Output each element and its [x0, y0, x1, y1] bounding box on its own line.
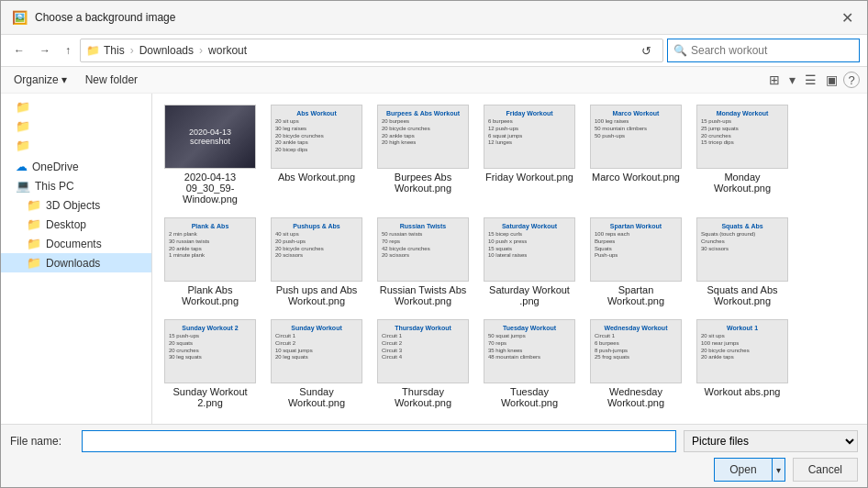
file-name: Saturday Workout .png	[484, 284, 575, 306]
main-content: 📁 📁 📁 ☁ OneDrive 💻 This PC	[1, 94, 867, 424]
file-name: Marco Workout.png	[592, 172, 680, 183]
breadcrumb-folder-icon: 📁	[86, 44, 100, 57]
file-thumbnail: Monday Workout 15 push-ups 25 jump squat…	[696, 105, 788, 169]
buttons-row: Open ▾ Cancel	[10, 458, 858, 482]
help-button[interactable]: ?	[843, 72, 860, 88]
preview-pane-button[interactable]: ▣	[822, 71, 841, 89]
sidebar-label-downloads: Downloads	[46, 257, 100, 270]
open-split-button[interactable]: ▾	[773, 458, 785, 482]
sidebar-item-downloads[interactable]: 📁 Downloads	[1, 253, 151, 272]
file-thumbnail: Marco Workout 100 leg raises 50 mountain…	[590, 105, 682, 169]
file-name: Wednesday Workout.png	[590, 386, 682, 408]
sidebar-item-this-pc[interactable]: 💻 This PC	[1, 176, 151, 195]
forward-button[interactable]: →	[34, 40, 56, 61]
file-name: Workout abs.png	[705, 386, 781, 397]
file-name-field[interactable]	[82, 430, 676, 452]
file-item[interactable]: Marco Workout 100 leg raises 50 mountain…	[585, 101, 686, 208]
sidebar-item-folder2[interactable]: 📁	[1, 116, 151, 136]
search-box[interactable]: 🔍	[667, 39, 860, 62]
file-item[interactable]: Abs Workout 20 sit ups 30 leg raises 20 …	[266, 101, 367, 208]
details-view-button[interactable]: ☰	[801, 71, 820, 89]
file-thumbnail: Tuesday Workout 50 squat jumps 70 reps 3…	[484, 319, 575, 383]
sidebar-item-3d-objects[interactable]: 📁 3D Objects	[1, 195, 151, 215]
dialog: 🖼️ Choose a background image ✕ ← → ↑ 📁 T…	[0, 0, 868, 488]
file-item[interactable]: Burpees & Abs Workout 20 burpees 20 bicy…	[373, 101, 473, 208]
open-button-group: Open ▾	[714, 458, 785, 482]
breadcrumb-this-pc[interactable]: This	[104, 44, 125, 57]
sidebar-item-folder1[interactable]: 📁	[1, 97, 151, 116]
organize-arrow-icon: ▾	[61, 73, 67, 86]
organize-button[interactable]: Organize ▾	[8, 72, 72, 88]
file-thumbnail: Spartan Workout 100 reps each Burpees Sq…	[590, 217, 682, 282]
file-type-select[interactable]: Picture files	[684, 430, 858, 452]
file-item[interactable]: Tuesday Workout 50 squat jumps 70 reps 3…	[479, 316, 580, 412]
sidebar-label-desktop: Desktop	[46, 218, 86, 231]
file-name: Tuesday Workout.png	[484, 386, 575, 408]
sidebar-item-onedrive[interactable]: ☁ OneDrive	[1, 157, 151, 176]
file-item[interactable]: Saturday Workout 15 bicep curls 10 push …	[479, 214, 580, 310]
file-item[interactable]: Plank & Abs 2 min plank 30 russian twist…	[160, 214, 261, 310]
file-name: Squats and Abs Workout.png	[696, 284, 788, 306]
view-options-button[interactable]: ▾	[785, 71, 799, 89]
folder-documents-icon: 📁	[27, 237, 41, 250]
up-icon: ↑	[65, 44, 71, 57]
file-thumbnail: 2020-04-13screenshot	[164, 105, 256, 169]
nav-toolbar: ← → ↑ 📁 This › Downloads › workout ↺ 🔍	[1, 35, 867, 67]
file-item[interactable]: Sunday Workout Circuit 1 Circuit 2 10 sq…	[266, 316, 367, 412]
quick-access-group: 📁 📁 📁	[1, 97, 151, 155]
file-thumbnail: Squats & Abs Squats (touch ground) Crunc…	[696, 217, 788, 282]
onedrive-icon: ☁	[16, 160, 28, 173]
new-folder-button[interactable]: New folder	[80, 72, 143, 88]
folder-3d-icon: 📁	[27, 198, 41, 212]
file-thumbnail: Sunday Workout 2 15 push-ups 20 squats 2…	[164, 319, 256, 383]
file-grid: 2020-04-13screenshot 2020-04-13 09_30_59…	[152, 94, 867, 424]
file-item[interactable]: Squats & Abs Squats (touch ground) Crunc…	[692, 214, 793, 310]
file-thumbnail: Thursday Workout Circuit 1 Circuit 2 Cir…	[377, 319, 469, 383]
search-icon: 🔍	[673, 44, 687, 57]
file-item[interactable]: Thursday Workout Circuit 1 Circuit 2 Cir…	[373, 316, 473, 412]
file-item[interactable]: Workout 1 20 sit ups 100 near jumps 20 b…	[692, 316, 793, 412]
refresh-button[interactable]: ↺	[636, 41, 657, 61]
close-button[interactable]: ✕	[838, 8, 856, 27]
file-thumbnail: Workout 1 20 sit ups 100 near jumps 20 b…	[696, 319, 788, 383]
view-toggle-button[interactable]: ⊞	[765, 71, 784, 89]
cancel-button[interactable]: Cancel	[793, 458, 858, 482]
up-button[interactable]: ↑	[60, 40, 76, 61]
forward-icon: →	[39, 44, 50, 57]
file-name: Thursday Workout.png	[377, 386, 469, 408]
file-thumbnail: Friday Workout 6 burpees 12 push-ups 6 s…	[484, 105, 575, 169]
file-item[interactable]: Wednesday Workout Circuit 1 6 burpees 8 …	[585, 316, 686, 412]
file-name: Russian Twists Abs Workout.png	[377, 284, 469, 306]
file-name-row: File name: Picture files	[10, 430, 858, 452]
sidebar-item-documents[interactable]: 📁 Documents	[1, 234, 151, 253]
file-thumbnail: Pushups & Abs 40 sit ups 20 push-ups 20 …	[271, 217, 362, 282]
file-item[interactable]: Russian Twists 50 russian twists 70 reps…	[373, 214, 473, 310]
file-item[interactable]: Friday Workout 6 burpees 12 push-ups 6 s…	[479, 101, 580, 208]
file-name: Abs Workout.png	[278, 172, 355, 183]
file-thumbnail: Abs Workout 20 sit ups 30 leg raises 20 …	[271, 105, 362, 169]
file-item[interactable]: 2020-04-13screenshot 2020-04-13 09_30_59…	[160, 101, 261, 208]
sidebar-item-desktop[interactable]: 📁 Desktop	[1, 215, 151, 234]
dialog-title: Choose a background image	[35, 11, 175, 24]
file-name: Sunday Workout.png	[271, 386, 362, 408]
file-name: Burpees Abs Workout.png	[377, 172, 469, 194]
sidebar-item-folder3[interactable]: 📁	[1, 136, 151, 155]
back-button[interactable]: ←	[8, 40, 30, 61]
sidebar-label-3d-objects: 3D Objects	[46, 199, 100, 212]
file-item[interactable]: Pushups & Abs 40 sit ups 20 push-ups 20 …	[266, 214, 367, 310]
search-input[interactable]	[691, 44, 853, 57]
address-bar[interactable]: 📁 This › Downloads › workout ↺	[80, 39, 663, 62]
file-item[interactable]: Monday Workout 15 push-ups 25 jump squat…	[692, 101, 793, 208]
file-item[interactable]: Spartan Workout 100 reps each Burpees Sq…	[585, 214, 686, 310]
open-button[interactable]: Open	[714, 458, 772, 482]
file-thumbnail: Wednesday Workout Circuit 1 6 burpees 8 …	[590, 319, 682, 383]
file-thumbnail: Saturday Workout 15 bicep curls 10 push …	[484, 217, 575, 282]
file-name: Push ups and Abs Workout.png	[271, 284, 362, 306]
pc-icon: 💻	[16, 179, 30, 193]
folder-icon: 📁	[16, 100, 30, 114]
breadcrumb-workout[interactable]: workout	[208, 44, 247, 57]
file-item[interactable]: Sunday Workout 2 15 push-ups 20 squats 2…	[160, 316, 261, 412]
breadcrumb-downloads[interactable]: Downloads	[139, 44, 194, 57]
action-bar: Organize ▾ New folder ⊞ ▾ ☰ ▣ ?	[1, 67, 867, 94]
file-thumbnail: Burpees & Abs Workout 20 burpees 20 bicy…	[377, 105, 469, 169]
